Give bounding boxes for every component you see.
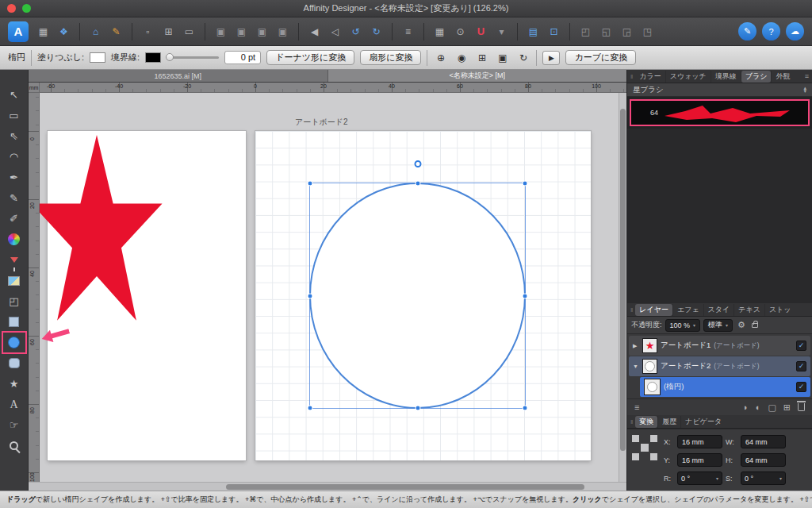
insert-top-icon[interactable]: ▤ [524,23,542,40]
tab-transform[interactable]: 変換 [635,416,657,428]
snap-grid-icon[interactable]: ▦ [431,23,449,40]
eye-icon[interactable]: ◉ [454,51,469,65]
pencil-tool[interactable]: ✎ [4,189,25,207]
tab-navigator[interactable]: ナビゲータ [680,416,726,428]
trash-icon[interactable] [798,403,805,411]
node-tool[interactable]: ⇖ [4,127,25,145]
expand-icon[interactable]: ▶ [633,343,639,349]
grid-dots-icon[interactable]: ▫ [139,23,157,40]
order-forward-icon[interactable]: ▣ [253,23,271,40]
tab-stroke[interactable]: 境界線 [710,71,741,83]
new-layer-icon[interactable]: ▢ [768,402,776,413]
order-front-icon[interactable]: ▣ [274,23,292,40]
pentagon-icon[interactable]: ⌂ [86,23,105,40]
visibility-checkbox[interactable]: ✓ [796,341,806,351]
geometry-divide-icon[interactable]: ◳ [638,23,657,40]
selection-handle[interactable] [415,406,420,411]
order-back-icon[interactable]: ▣ [212,23,230,40]
corner-tool[interactable]: ◠ [4,148,25,166]
designer-persona-icon[interactable]: A [8,21,29,42]
help-badge-icon[interactable]: ? [762,22,780,40]
selection-handle[interactable] [308,181,313,187]
tab-stock[interactable]: ストッ [764,304,795,316]
cloud-badge-icon[interactable]: ☁ [786,22,804,40]
rotation-dropdown[interactable]: 0 ° ▾ [677,471,722,485]
adjustment-icon[interactable]: ◐ [756,402,761,412]
slider-knob[interactable] [166,53,174,61]
center-target-icon[interactable]: ⊕ [433,51,448,65]
y-input[interactable] [677,453,722,467]
opacity-dropdown[interactable]: 100 % ▾ [665,319,701,332]
tab-layers[interactable]: レイヤー [635,304,672,316]
pencil-badge-icon[interactable]: ✎ [107,23,125,40]
crop-tool[interactable]: ◰ [4,292,25,310]
artboard-tool[interactable]: ▭ [4,106,25,125]
scrollbar-thumb[interactable] [226,484,584,490]
play-icon[interactable]: ▶ [542,51,560,65]
insert-inside-icon[interactable]: ⊡ [545,23,563,40]
convert-donut-button[interactable]: ドーナツ形に変換 [266,50,354,65]
document-tab-1[interactable]: 1652635.ai [M] [29,70,327,82]
shear-dropdown[interactable]: 0 ° ▾ [741,471,786,485]
tab-styles[interactable]: スタイ [703,304,734,316]
export-persona-icon[interactable]: ❖ [55,23,73,40]
artboard2-label[interactable]: アートボード2 [295,117,348,128]
scrollbar-thumb[interactable] [620,109,626,451]
layer-row-artboard1[interactable]: ▶ ★ アートボード1 (アートボード) ✓ [629,336,810,356]
lock-icon[interactable] [752,323,758,328]
blend-mode-dropdown[interactable]: 標準 ▾ [703,319,733,332]
rectangle-tool[interactable] [4,313,25,331]
flip-vertical-icon[interactable]: ◁ [326,23,344,40]
stroke-swatch[interactable] [145,52,161,63]
x-input[interactable] [677,435,722,448]
h-input[interactable] [741,453,786,467]
pixel-grid-icon[interactable]: ⊞ [783,402,791,413]
visibility-checkbox[interactable]: ✓ [796,361,806,371]
layers-stack-icon[interactable]: ≡ [634,402,639,412]
grid-dots2-icon[interactable]: ⊞ [159,23,178,40]
text-tool[interactable]: A [4,395,25,414]
tab-swatches[interactable]: スウォッチ [665,71,710,83]
w-input[interactable] [741,435,786,448]
stepper-icon[interactable]: ▴ ▾ [803,87,806,93]
selection-handle[interactable] [523,406,528,411]
marquee-icon[interactable]: ▭ [180,23,198,40]
fill-tool[interactable] [4,251,25,269]
snap-magnet-icon[interactable]: U [472,23,490,40]
zoom-tool[interactable] [4,437,25,455]
order-backward-icon[interactable]: ▣ [232,23,251,40]
vector-brush-tool[interactable]: ✐ [4,210,25,228]
color-badge-icon[interactable]: ✎ [738,22,756,40]
snap-caret-icon[interactable]: ▾ [492,23,511,40]
convert-to-curves-button[interactable]: カーブに変換 [565,50,636,65]
selection-handle[interactable] [523,293,528,298]
mask-icon[interactable]: ◗ [743,402,749,412]
layer-row-ellipse[interactable]: (楕円) ✓ [640,377,810,397]
canvas[interactable]: アートボード2 [40,93,619,482]
color-wheel-tool[interactable] [4,230,25,248]
rounded-rectangle-tool[interactable] [4,354,25,372]
anchor-point-selector[interactable] [632,435,657,460]
tab-color[interactable]: カラー [635,71,665,83]
document-tab-2[interactable]: <名称未設定> [M] [328,70,627,82]
transform-box-icon[interactable]: ▣ [495,51,510,65]
star-tool[interactable]: ★ [4,375,25,393]
place-image-tool[interactable] [4,271,25,290]
stroke-width-slider[interactable] [167,56,219,59]
visibility-checkbox[interactable]: ✓ [796,382,806,392]
rotate-cw-icon[interactable]: ↻ [367,23,385,40]
red-star-shape[interactable] [40,135,165,329]
snap-candy-icon[interactable]: ⊙ [451,23,469,40]
ellipse-tool[interactable] [4,333,25,352]
star-brush-item[interactable]: 64 [630,99,810,126]
pixel-persona-icon[interactable]: ▦ [34,23,52,40]
rotate-icon[interactable]: ↻ [515,51,530,65]
stroke-width-field[interactable]: 0 pt [224,51,261,64]
horizontal-scrollbar[interactable] [29,482,626,491]
panel-menu-icon[interactable]: ≡ [805,72,809,80]
geometry-add-icon[interactable]: ◰ [576,23,595,40]
ellipse-shape[interactable] [309,183,526,409]
snap-grid-icon[interactable]: ⊞ [474,51,489,65]
alignment-icon[interactable]: ≡ [399,23,417,40]
convert-pie-button[interactable]: 扇形に変換 [360,50,421,65]
